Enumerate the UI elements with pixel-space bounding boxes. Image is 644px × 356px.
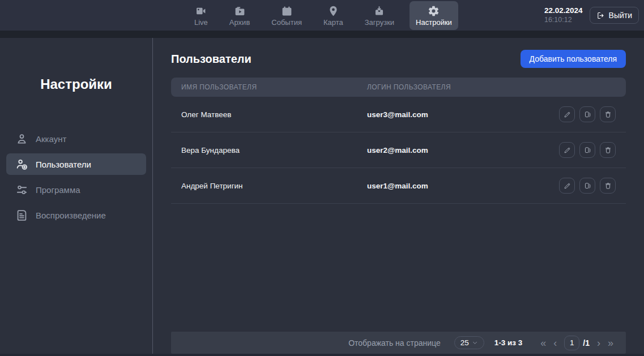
users-panel: Пользователи Добавить пользователя ИМЯ П… (153, 38, 644, 356)
next-page-button[interactable]: › (597, 338, 600, 348)
edit-user-button[interactable] (559, 106, 575, 122)
playback-doc-icon (15, 209, 28, 222)
column-header-name: ИМЯ ПОЛЬЗОВАТЕЛЯ (181, 83, 367, 91)
pencil-icon (563, 146, 572, 155)
table-header: ИМЯ ПОЛЬЗОВАТЕЛЯ ЛОГИН ПОЛЬЗОВАТЕЛЯ (171, 78, 626, 97)
topbar: Live Архив События Карта Загрузки (0, 0, 644, 31)
logout-button[interactable]: Выйти (590, 7, 639, 24)
row-actions (559, 178, 616, 194)
delete-user-button[interactable] (600, 178, 616, 194)
current-date: 22.02.2024 (544, 6, 583, 16)
copy-user-button[interactable] (579, 178, 595, 194)
copy-icon (583, 110, 592, 119)
table-row: Олег Матвеев user3@mail.com (171, 97, 626, 132)
copy-icon (583, 146, 592, 155)
datetime: 22.02.2024 16:10:12 (544, 6, 583, 25)
pager: « ‹ 1 /1 › » (540, 336, 613, 350)
main-nav: Live Архив События Карта Загрузки (188, 0, 458, 31)
video-camera-icon (195, 5, 207, 17)
trash-icon (604, 182, 612, 190)
edit-user-button[interactable] (559, 178, 575, 194)
table-row: Вера Бундарева user2@mail.com (171, 132, 626, 168)
per-page-label: Отображать на странице (348, 338, 441, 348)
sidebar-item-label: Аккаунт (36, 134, 66, 144)
topbar-separator (0, 31, 644, 38)
row-actions (559, 142, 616, 158)
logout-icon (596, 11, 605, 20)
sidebar-item-playback[interactable]: Воспроизведение (6, 204, 146, 226)
user-name: Олег Матвеев (181, 110, 367, 119)
nav-item-label: Загрузки (365, 19, 394, 26)
nav-item-downloads[interactable]: Загрузки (359, 1, 400, 30)
user-name: Андрей Петригин (181, 182, 367, 190)
user-login: user2@mail.com (367, 146, 559, 155)
table-footer: Отображать на странице 25 1-3 из 3 « ‹ 1… (171, 332, 626, 354)
calendar-icon (281, 5, 293, 17)
logout-label: Выйти (609, 11, 632, 20)
trash-icon (604, 146, 612, 155)
per-page-value: 25 (460, 338, 469, 347)
last-page-button[interactable]: » (608, 338, 613, 348)
table-row: Андрей Петригин user1@mail.com (171, 168, 626, 204)
nav-item-label: Настройки (416, 19, 452, 26)
nav-item-events[interactable]: События (265, 1, 308, 30)
user-login: user3@mail.com (367, 110, 559, 119)
trash-icon (604, 110, 612, 119)
total-pages: /1 (583, 338, 590, 348)
settings-sidebar: Настройки Аккаунт Пользователи Программа… (0, 38, 153, 356)
prev-page-button[interactable]: ‹ (553, 338, 557, 348)
bottom-strip (0, 354, 644, 356)
sliders-icon (15, 183, 28, 196)
current-page-input[interactable]: 1 (564, 336, 579, 350)
sidebar-item-label: Воспроизведение (36, 211, 106, 220)
range-text: 1-3 из 3 (494, 338, 523, 347)
first-page-button[interactable]: « (540, 338, 546, 348)
copy-icon (583, 182, 592, 190)
copy-user-button[interactable] (579, 106, 595, 122)
content: Настройки Аккаунт Пользователи Программа… (0, 38, 644, 356)
current-time: 16:10:12 (544, 16, 583, 25)
panel-header: Пользователи Добавить пользователя (171, 50, 626, 68)
gear-icon (428, 5, 440, 17)
sidebar-item-program[interactable]: Программа (6, 179, 146, 200)
account-icon (15, 132, 28, 145)
sidebar-item-users[interactable]: Пользователи (6, 153, 146, 175)
page-title: Пользователи (171, 53, 251, 66)
column-header-login: ЛОГИН ПОЛЬЗОВАТЕЛЯ (367, 83, 616, 91)
edit-user-button[interactable] (559, 142, 575, 158)
sidebar-menu: Аккаунт Пользователи Программа Воспроизв… (0, 128, 152, 226)
archive-folder-icon (234, 5, 246, 17)
chevron-down-icon (472, 340, 478, 346)
map-pin-icon (327, 5, 339, 17)
nav-item-archive[interactable]: Архив (223, 1, 256, 30)
nav-item-label: Карта (323, 19, 343, 26)
row-actions (559, 106, 616, 122)
nav-item-map[interactable]: Карта (317, 1, 349, 30)
sidebar-item-label: Пользователи (36, 160, 91, 169)
nav-item-label: Архив (229, 19, 250, 26)
copy-user-button[interactable] (579, 142, 595, 158)
per-page-select[interactable]: 25 (454, 336, 484, 349)
pencil-icon (563, 110, 572, 119)
user-login: user1@mail.com (367, 182, 559, 190)
nav-item-label: События (271, 19, 302, 26)
delete-user-button[interactable] (600, 106, 616, 122)
nav-item-label: Live (194, 19, 208, 26)
sidebar-item-label: Программа (36, 185, 80, 195)
topbar-right: 22.02.2024 16:10:12 Выйти (544, 0, 639, 31)
user-name: Вера Бундарева (181, 146, 367, 155)
nav-item-settings[interactable]: Настройки (410, 1, 458, 30)
sidebar-title: Настройки (0, 76, 152, 92)
nav-item-live[interactable]: Live (188, 1, 214, 30)
pencil-icon (563, 182, 572, 190)
users-icon (15, 158, 28, 171)
delete-user-button[interactable] (600, 142, 616, 158)
download-icon (373, 5, 385, 17)
sidebar-item-account[interactable]: Аккаунт (6, 128, 146, 149)
add-user-button[interactable]: Добавить пользователя (521, 50, 626, 68)
